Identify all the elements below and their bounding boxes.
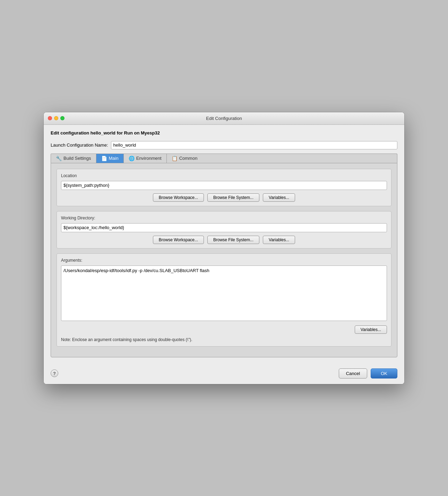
dialog-window: Edit Configuration Edit configuration he… <box>44 112 404 384</box>
arguments-textarea[interactable]: /Users/kondal/esp/esp-idf/tools/idf.py -… <box>61 266 387 321</box>
bottom-buttons: Cancel OK <box>339 368 397 378</box>
arguments-note: Note: Enclose an argument containing spa… <box>61 337 387 342</box>
tab-main[interactable]: 📄 Main <box>96 154 124 163</box>
location-title: Location <box>61 173 387 178</box>
window-content: Edit configuration hello_world for Run o… <box>44 125 404 363</box>
minimize-button[interactable] <box>54 116 58 120</box>
arguments-section: Arguments: /Users/kondal/esp/esp-idf/too… <box>57 253 391 347</box>
location-section: Location Browse Workspace... Browse File… <box>57 169 391 206</box>
tab-common[interactable]: 📋 Common <box>167 154 203 163</box>
launch-config-label: Launch Configuration Name: <box>51 142 108 148</box>
tab-main-label: Main <box>109 156 119 161</box>
bottom-bar: ? Cancel OK <box>44 363 404 384</box>
maximize-button[interactable] <box>60 116 64 120</box>
arguments-variables-button[interactable]: Variables... <box>355 325 387 334</box>
launch-config-name-row: Launch Configuration Name: <box>51 141 397 149</box>
tab-build-settings[interactable]: 🔧 Build Settings <box>51 154 96 163</box>
tab-build-settings-label: Build Settings <box>63 156 91 161</box>
tabs-bar: 🔧 Build Settings 📄 Main 🌐 Environment 📋 … <box>51 154 397 163</box>
ok-button[interactable]: OK <box>371 368 397 378</box>
working-dir-variables-button[interactable]: Variables... <box>263 236 295 244</box>
launch-config-input[interactable] <box>111 141 398 149</box>
arguments-label: Arguments: <box>61 258 387 263</box>
working-directory-buttons-row: Browse Workspace... Browse File System..… <box>61 236 387 244</box>
main-icon: 📄 <box>101 156 107 161</box>
location-variables-button[interactable]: Variables... <box>263 193 295 202</box>
environment-icon: 🌐 <box>129 156 135 161</box>
dialog-subtitle: Edit configuration hello_world for Run o… <box>51 130 397 136</box>
working-dir-browse-workspace-button[interactable]: Browse Workspace... <box>153 236 204 244</box>
cancel-button[interactable]: Cancel <box>339 368 367 378</box>
close-button[interactable] <box>48 116 52 120</box>
working-dir-browse-file-system-button[interactable]: Browse File System... <box>207 236 259 244</box>
location-browse-workspace-button[interactable]: Browse Workspace... <box>153 193 204 202</box>
tab-common-label: Common <box>179 156 198 161</box>
working-directory-input[interactable] <box>61 223 387 232</box>
help-button[interactable]: ? <box>51 369 58 377</box>
traffic-lights <box>48 116 64 120</box>
build-settings-icon: 🔧 <box>56 156 62 161</box>
window-title: Edit Configuration <box>206 116 242 121</box>
tab-environment-label: Environment <box>136 156 162 161</box>
location-browse-file-system-button[interactable]: Browse File System... <box>207 193 259 202</box>
tab-environment[interactable]: 🌐 Environment <box>124 154 167 163</box>
location-input[interactable] <box>61 181 387 190</box>
title-bar: Edit Configuration <box>44 112 404 125</box>
working-directory-title: Working Directory: <box>61 216 387 220</box>
common-icon: 📋 <box>172 156 178 161</box>
arguments-vars-row: Variables... <box>61 325 387 334</box>
working-directory-section: Working Directory: Browse Workspace... B… <box>57 211 391 249</box>
location-buttons-row: Browse Workspace... Browse File System..… <box>61 193 387 202</box>
tab-panel-main: Location Browse Workspace... Browse File… <box>51 163 397 357</box>
